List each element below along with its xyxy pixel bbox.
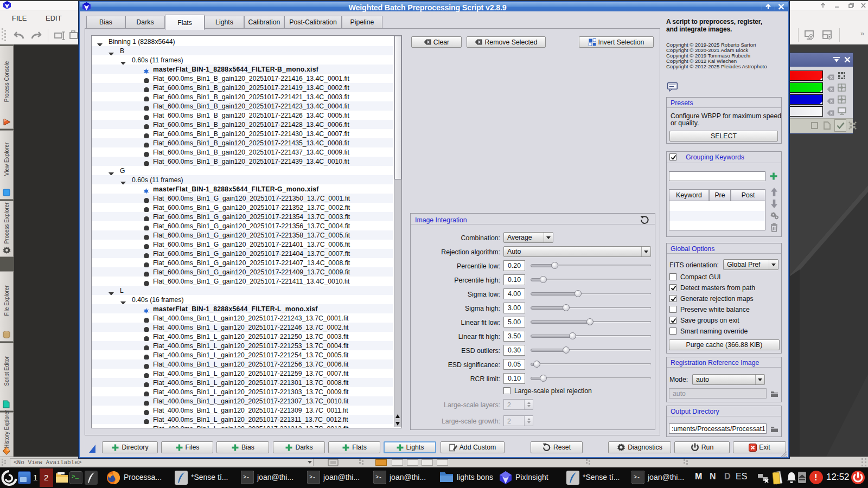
svg-text:>-: >- <box>309 474 316 480</box>
svg-text:>-: >- <box>243 474 250 480</box>
svg-text:>-: >- <box>375 474 382 480</box>
svg-text:>-: >- <box>634 474 640 480</box>
